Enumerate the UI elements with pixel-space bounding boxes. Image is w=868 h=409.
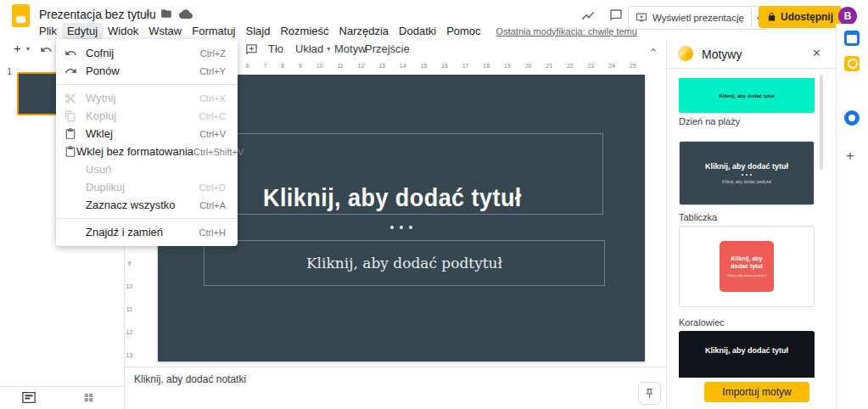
keep-icon[interactable]	[844, 56, 860, 71]
present-button[interactable]: Wyświetl prezentację ▾	[628, 6, 768, 30]
redo-icon	[64, 64, 86, 77]
theme-card-koralowiec[interactable]: Kliknij, aby dodać tytuł Kliknij, aby do…	[679, 226, 815, 307]
menu-item-duplikuj: Duplikuj Ctrl+D	[56, 178, 238, 196]
new-slide-caret-icon[interactable]: ▾	[26, 45, 30, 53]
title-placeholder[interactable]: Kliknij, aby dodać tytuł	[181, 133, 603, 215]
slide-number: 1	[7, 66, 12, 76]
collapse-toolbar-icon[interactable]	[648, 45, 658, 55]
theme-card-title: Kliknij, aby dodać tytuł	[705, 162, 788, 171]
present-screen-icon	[636, 13, 647, 23]
import-theme-button[interactable]: Importuj motyw	[704, 382, 809, 402]
theme-card-title: Kliknij, aby dodać tytuł	[705, 346, 788, 355]
tasks-icon[interactable]	[844, 110, 860, 126]
ruler-number: 15	[420, 63, 427, 69]
menu-item-zaznacz-wszystko[interactable]: Zaznacz wszystko Ctrl+A	[56, 196, 238, 214]
present-button-divider	[751, 8, 752, 28]
themes-icon	[678, 46, 693, 61]
menu-item-kopiuj: Kopiuj Ctrl+C	[56, 107, 238, 125]
view-switcher	[0, 386, 124, 409]
menu-item-wklej-bez-formatowania[interactable]: Wklej bez formatowania Ctrl+Shift+V	[56, 143, 238, 160]
ruler-number: 13	[126, 352, 133, 358]
ruler-number: 18	[483, 63, 490, 69]
grid-view-icon[interactable]	[83, 392, 94, 403]
menu-widok[interactable]: Widok	[103, 23, 143, 39]
menu-item-wklej[interactable]: Wklej Ctrl+V	[56, 125, 238, 143]
ruler-number: 17	[462, 63, 469, 69]
menu-plik[interactable]: Plik	[34, 23, 62, 39]
chevron-down-icon: ▾	[327, 45, 330, 53]
menu-item-cofnij[interactable]: Cofnij Ctrl+Z	[56, 44, 238, 62]
paste-icon	[64, 128, 86, 140]
coral-title-block: Kliknij, aby dodać tytuł Kliknij, aby do…	[720, 241, 774, 292]
add-addon-icon[interactable]: +	[846, 148, 854, 165]
dots-decoration	[746, 174, 748, 176]
menu-dodatki[interactable]: Dodatki	[394, 23, 441, 39]
activity-dashboard-icon[interactable]	[580, 10, 596, 21]
theme-card-tabliczka[interactable]: Kliknij, aby dodać tytuł Kliknij, aby do…	[679, 141, 815, 205]
theme-name-label: Dzień na plaży	[679, 116, 740, 126]
close-icon[interactable]: ✕	[812, 47, 821, 59]
google-slides-app: Prezentacja bez tytułu ☆ Wyświetl prezen…	[0, 0, 868, 409]
copy-icon	[64, 110, 86, 122]
theme-card-title: Kliknij, aby dodać tytuł	[723, 255, 770, 271]
filmstrip-view-icon[interactable]	[22, 392, 36, 403]
add-comment-button[interactable]	[245, 43, 258, 56]
cut-icon	[64, 92, 86, 104]
ruler-number: 23	[588, 63, 595, 69]
ruler-number: 7	[264, 63, 267, 69]
theme-card-dzien-na-plazy[interactable]: Kliknij, aby dodać tytuł	[679, 78, 815, 113]
ruler-number: 20	[525, 63, 532, 69]
new-slide-button[interactable]: +	[14, 41, 21, 55]
explore-button[interactable]	[638, 382, 661, 405]
ruler-number: 10	[316, 63, 323, 69]
comments-icon[interactable]	[609, 8, 623, 22]
last-modified-link[interactable]: Ostatnia modyfikacja: chwilę temu	[496, 26, 637, 36]
share-button[interactable]: Udostępnij	[759, 6, 842, 28]
ruler-number: 6	[246, 63, 249, 69]
menu-narzedzia[interactable]: Narzędzia	[334, 23, 395, 39]
ruler-number: 11	[126, 306, 132, 312]
move-folder-icon[interactable]	[160, 8, 172, 19]
layout-button[interactable]: Układ ▾	[295, 42, 330, 55]
slides-logo[interactable]	[12, 4, 30, 27]
menu-rozmiesc[interactable]: Rozmieść	[275, 23, 333, 39]
subtitle-placeholder-text: Kliknij, aby dodać podtytuł	[306, 255, 502, 272]
theme-button[interactable]: Motyw	[334, 42, 367, 55]
menu-separator	[56, 218, 238, 219]
ruler-number: 14	[400, 63, 406, 69]
menu-edytuj[interactable]: Edytuj	[62, 23, 103, 39]
background-button[interactable]: Tło	[268, 42, 283, 55]
menu-formatuj[interactable]: Formatuj	[187, 23, 240, 39]
ruler-number: 25	[630, 63, 636, 69]
document-title[interactable]: Prezentacja bez tytułu	[39, 8, 156, 21]
speaker-notes[interactable]: Kliknij, aby dodać notatki	[124, 367, 666, 409]
lock-icon	[767, 12, 776, 22]
menu-wstaw[interactable]: Wstaw	[143, 23, 187, 39]
ruler-number: 22	[567, 63, 574, 69]
theme-name-label: Koralowiec	[679, 317, 725, 328]
menu-slajd[interactable]: Slajd	[241, 23, 276, 39]
theme-card-title: Kliknij, aby dodać tytuł	[719, 93, 774, 98]
theme-card-dark[interactable]: Kliknij, aby dodać tytuł	[679, 331, 815, 378]
title-placeholder-text: Kliknij, aby dodać tytuł	[263, 183, 522, 212]
cloud-status-icon[interactable]	[179, 8, 193, 19]
calendar-icon[interactable]	[844, 31, 860, 46]
share-button-label: Udostępnij	[781, 11, 833, 23]
ruler-number: 9	[299, 63, 302, 69]
subtitle-placeholder[interactable]: Kliknij, aby dodać podtytuł	[204, 240, 605, 286]
menu-item-ponow[interactable]: Ponów Ctrl+Y	[56, 62, 238, 80]
notes-placeholder-text: Kliknij, aby dodać notatki	[134, 373, 246, 385]
avatar[interactable]: B	[838, 7, 857, 25]
undo-button[interactable]	[40, 43, 53, 56]
layout-button-label: Układ	[295, 42, 323, 55]
themes-scrollbar[interactable]	[820, 75, 823, 170]
transition-button[interactable]: Przejście	[365, 42, 410, 55]
menu-pomoc[interactable]: Pomoc	[441, 23, 485, 39]
ruler-number: 12	[126, 329, 133, 335]
menu-separator	[56, 84, 238, 85]
menu-item-znajdz-i-zamien[interactable]: Znajdź i zamień Ctrl+H	[56, 223, 238, 241]
theme-card-subtitle: Kliknij, aby dodać podtytuł	[722, 179, 771, 184]
present-button-label: Wyświetl prezentację	[652, 13, 744, 23]
undo-icon	[64, 47, 86, 59]
star-icon[interactable]: ☆	[144, 8, 154, 20]
